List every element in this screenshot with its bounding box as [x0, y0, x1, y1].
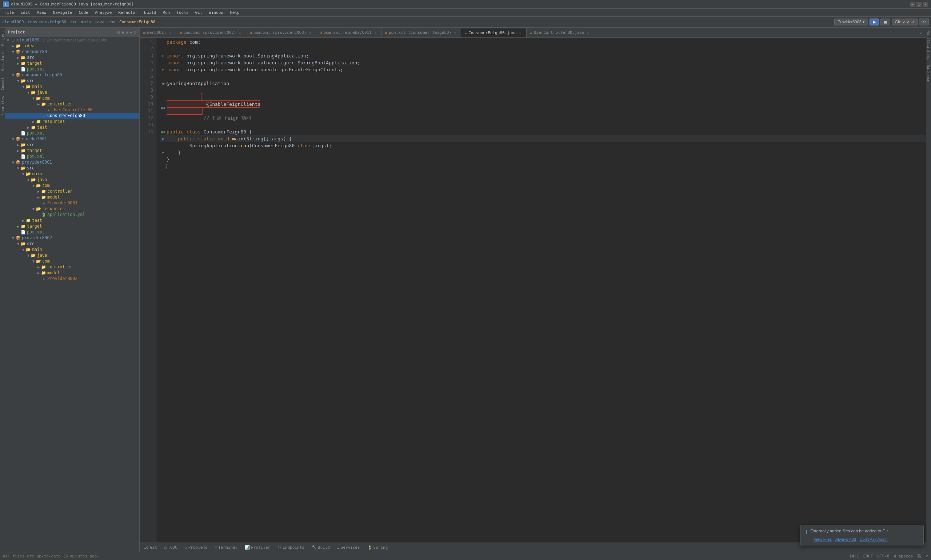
run-gutter-10[interactable]: ▶	[162, 135, 165, 142]
status-position[interactable]: 14:1	[849, 554, 859, 558]
minimize-button[interactable]: –	[910, 2, 915, 7]
tree-item-cf80-java[interactable]: ▼ 📂 java	[5, 89, 139, 95]
tree-item-p1-main[interactable]: ▼ 📂 main	[5, 171, 139, 177]
tree-item-provider8001[interactable]: ▼ 📦 provider8001	[5, 159, 139, 165]
tree-item-ek-pom[interactable]: ▶ 📄 pom.xml	[5, 154, 139, 159]
tree-item-eureka7001[interactable]: ▼ 📦 eureka7001	[5, 136, 139, 142]
tab-der8001[interactable]: m der8001) ✕	[140, 28, 176, 38]
tree-item-provider8002[interactable]: ▼ 📦 provider8002	[5, 235, 139, 241]
tree-item-p1-resources[interactable]: ▼ 📂 resources	[5, 206, 139, 212]
tab-pom-provider8002[interactable]: m pom.xml (provider8002) ✕	[176, 28, 246, 38]
tab-close-ConsumerFeign80[interactable]: ✕	[518, 31, 523, 35]
tree-item-p1-test[interactable]: ▶ 📁 test	[5, 217, 139, 223]
breadcrumb-main[interactable]: main	[81, 20, 91, 25]
tab-pom-consumer-feign80[interactable]: m pom.xml (consumer-feign80) ✕	[382, 28, 461, 38]
tree-item-ConsumerFeign80[interactable]: ▶ ☕ ConsumerFeign80	[5, 113, 139, 118]
refresh-button[interactable]: ⟲	[919, 18, 929, 25]
run-gutter-9b[interactable]: ▶	[164, 128, 166, 135]
tree-item-p1-target[interactable]: ▶ 📁 target	[5, 223, 139, 229]
menu-tools[interactable]: Tools	[174, 9, 191, 15]
menu-help[interactable]: Help	[227, 9, 243, 15]
tree-item-p2-com[interactable]: ▼ 📂 com	[5, 258, 139, 264]
tree-item-p2-controller[interactable]: ▶ 📁 controller	[5, 264, 139, 270]
menu-git[interactable]: Git	[192, 9, 205, 15]
tab-close-pom-provider8003[interactable]: ✕	[308, 31, 312, 35]
breadcrumb-com[interactable]: com	[108, 20, 115, 25]
breadcrumb-consumer-feign80[interactable]: consumer-feign80	[28, 20, 66, 25]
status-indent[interactable]: 4 spaces	[894, 554, 913, 558]
project-tab[interactable]: Project	[0, 28, 5, 49]
tree-item-UserController80[interactable]: ▶ ☕ UserController80	[5, 107, 139, 113]
tree-item-consumer80-target[interactable]: ▶ 📁 target	[5, 60, 139, 66]
tree-item-ek-src[interactable]: ▶ 📂 src	[5, 142, 139, 148]
status-crlf[interactable]: CRLF	[863, 554, 873, 558]
bottom-tab-spring[interactable]: 🍃 Spring	[366, 545, 389, 551]
favorites-tab[interactable]: Favorites	[0, 93, 5, 118]
menu-navigate[interactable]: Navigate	[50, 9, 75, 15]
tree-item-p1-src[interactable]: ▼ 📂 src	[5, 165, 139, 171]
menu-build[interactable]: Build	[141, 9, 159, 15]
tree-item-p1-java[interactable]: ▼ 📂 java	[5, 177, 139, 183]
tab-close-pom-provider8002[interactable]: ✕	[238, 31, 242, 35]
breadcrumb-java[interactable]: java	[95, 20, 105, 25]
tree-item-cf80-main[interactable]: ▼ 📂 main	[5, 84, 139, 89]
tree-item-p1-com[interactable]: ▼ 📂 com	[5, 183, 139, 188]
notif-view-files[interactable]: View Files	[814, 537, 832, 542]
run-gutter-8b[interactable]: ▶	[164, 105, 166, 111]
tree-item-consumer-feign80[interactable]: ▼ 📦 consumer-feign80	[5, 72, 139, 78]
menu-run[interactable]: Run	[160, 9, 173, 15]
status-encoding[interactable]: UTF-8	[877, 554, 889, 558]
menu-code[interactable]: Code	[75, 9, 91, 15]
menu-refactor[interactable]: Refactor	[115, 9, 140, 15]
tree-item-cf80-pom[interactable]: ▶ 📄 pom.xml	[5, 130, 139, 136]
tab-pom-eureka7001[interactable]: m pom.xml (eureka7001) ✕	[316, 28, 381, 38]
tab-UserController80[interactable]: ☕ UserController80.java ✕	[526, 28, 594, 38]
tab-ConsumerFeign80[interactable]: ☕ ConsumerFeign80.java ✕	[461, 28, 526, 38]
close-button[interactable]: ✕	[923, 2, 928, 7]
menu-view[interactable]: View	[34, 9, 49, 15]
tree-item-consumer80-pom[interactable]: ▶ 📄 pom.xml	[5, 66, 139, 72]
tab-close-pom-consumer-feign80[interactable]: ✕	[453, 31, 457, 35]
tree-item-Provider8002[interactable]: ▶ ☕ Provider8002	[5, 275, 139, 282]
code-editor[interactable]: 1 2 3 4 5 6 7 8 9 10 11 12 13 14 package…	[140, 38, 926, 543]
tree-item-cf80-com[interactable]: ▼ 📂 com	[5, 95, 139, 101]
bottom-tab-build[interactable]: 🔨 Build	[310, 545, 331, 551]
project-sync-icon[interactable]: ⇄	[125, 30, 128, 35]
tab-close-UserController80[interactable]: ✕	[586, 31, 590, 35]
project-gear-icon[interactable]: ⚙	[134, 30, 136, 35]
tree-item-application-yml[interactable]: ▶ 🍃 application.yml	[5, 212, 139, 217]
tree-item-cf80-test[interactable]: ▶ 📁 test	[5, 125, 139, 130]
bottom-tab-todo[interactable]: ☑ TODO	[163, 545, 179, 551]
notif-dont-ask[interactable]: Don't Ask Again	[860, 537, 888, 542]
tree-item-p2-model[interactable]: ▶ 📁 model	[5, 270, 139, 275]
project-collapse-icon[interactable]: ≡	[122, 30, 124, 35]
maximize-button[interactable]: □	[916, 2, 922, 7]
tab-close-pom-eureka7001[interactable]: ✕	[373, 31, 377, 35]
project-settings-icon[interactable]: ⚙	[117, 30, 120, 35]
debug-button[interactable]: ◼	[880, 18, 890, 25]
run-gutter-7a[interactable]: ◉	[162, 80, 165, 87]
git-actions[interactable]: Git: ✔ ✔ ↗	[892, 18, 917, 25]
tree-item-cloud1009[interactable]: ▼ ☁ cloud1009 D:\JavaEnterpriseWeb\cloud…	[5, 37, 139, 43]
tab-close-der8001[interactable]: ✕	[168, 31, 172, 35]
bottom-tab-endpoints[interactable]: ⛓ Endpoints	[276, 545, 306, 551]
menu-file[interactable]: File	[2, 9, 17, 15]
tree-item-p1-controller[interactable]: ▶ 📁 controller	[5, 188, 139, 194]
commit-tab[interactable]: Commit	[0, 74, 5, 93]
tree-item-p1-pom[interactable]: ▶ 📄 pom.xml	[5, 229, 139, 235]
bottom-tab-profiler[interactable]: 📊 Profiler	[243, 545, 272, 551]
run-gutter-8a[interactable]: ◉	[161, 105, 163, 111]
code-content[interactable]: package com; ▶ import org.springframewor…	[156, 38, 926, 543]
tree-item-ek-target[interactable]: ▶ 📁 target	[5, 148, 139, 154]
menu-analyze[interactable]: Analyze	[92, 9, 115, 15]
right-tab-notifications[interactable]: Notifications	[926, 28, 931, 62]
tree-item-consumer80[interactable]: ▼ 📦 consumer80	[5, 49, 139, 55]
tree-item-p2-java[interactable]: ▼ 📂 java	[5, 252, 139, 258]
tree-item-idea[interactable]: ▶ 📁 .idea	[5, 43, 139, 49]
tab-pom-provider8003[interactable]: m pom.xml (provider8003) ✕	[246, 28, 316, 38]
tree-item-cf80-resources[interactable]: ▶ 📁 resources	[5, 118, 139, 125]
run-gutter-9[interactable]: ◉	[161, 128, 163, 135]
bottom-tab-services[interactable]: ☁ Services	[335, 545, 362, 551]
bottom-tab-git[interactable]: ⎇ Git	[143, 545, 159, 551]
notif-always-add[interactable]: Always Add	[836, 537, 856, 542]
